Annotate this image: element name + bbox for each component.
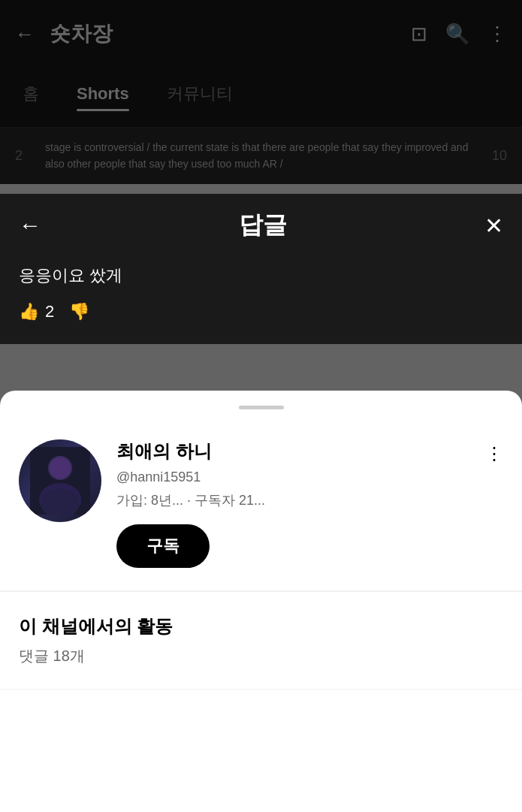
activity-title: 이 채널에서의 활동 xyxy=(19,614,503,638)
dislike-icon: 👎 xyxy=(69,302,89,321)
reply-back-button[interactable]: ← xyxy=(19,213,41,238)
profile-name: 최애의 하니 xyxy=(116,439,503,463)
like-icon: 👍 xyxy=(19,302,39,321)
activity-comment-count: 댓글 18개 xyxy=(19,646,503,666)
profile-section: 최애의 하니 @hanni15951 가입: 8년... · 구독자 21...… xyxy=(0,432,522,591)
dislike-button[interactable]: 👎 xyxy=(69,302,89,321)
profile-more-icon[interactable]: ⋮ xyxy=(485,443,503,464)
profile-stats: 가입: 8년... · 구독자 21... xyxy=(116,491,503,509)
avatar xyxy=(19,439,101,522)
svg-point-3 xyxy=(50,457,71,478)
reply-close-button[interactable]: ✕ xyxy=(484,213,503,239)
activity-section: 이 채널에서의 활동 댓글 18개 xyxy=(0,592,522,689)
join-date: 가입: 8년... xyxy=(116,493,183,508)
reply-panel: ← 답글 ✕ 응응이요 쌌게 👍 2 👎 xyxy=(0,194,522,344)
like-count: 2 xyxy=(45,302,54,321)
reply-title: 답글 xyxy=(239,209,287,242)
bottom-sheet: 최애의 하니 @hanni15951 가입: 8년... · 구독자 21...… xyxy=(0,391,522,812)
like-button[interactable]: 👍 2 xyxy=(19,302,54,321)
reply-comment-text: 응응이요 쌌게 xyxy=(19,264,503,287)
activity-divider xyxy=(0,689,522,690)
subscribe-button[interactable]: 구독 xyxy=(116,524,210,568)
avatar-image xyxy=(19,439,101,522)
reply-header: ← 답글 ✕ xyxy=(19,209,503,242)
profile-handle: @hanni15951 xyxy=(116,469,503,485)
profile-info: 최애의 하니 @hanni15951 가입: 8년... · 구독자 21...… xyxy=(116,439,503,568)
subscriber-count: 구독자 21... xyxy=(195,493,265,508)
stat-separator: · xyxy=(187,493,195,508)
reply-actions: 👍 2 👎 xyxy=(19,302,503,321)
drag-handle[interactable] xyxy=(239,406,284,409)
